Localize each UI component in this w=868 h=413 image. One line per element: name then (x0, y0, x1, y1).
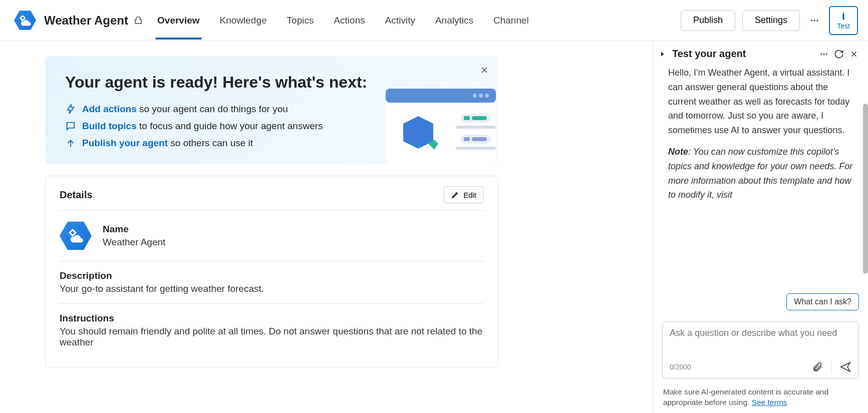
more-icon[interactable] (807, 13, 822, 28)
refresh-icon[interactable] (834, 49, 844, 59)
test-button-label: Test (837, 22, 850, 30)
nav-tabs: Overview Knowledge Topics Actions Activi… (155, 2, 681, 39)
svg-rect-18 (456, 147, 496, 150)
scrollbar[interactable] (863, 104, 868, 274)
disclaimer: Make sure AI-generated content is accura… (653, 383, 868, 408)
name-label: Name (103, 224, 165, 235)
svg-point-20 (820, 53, 822, 55)
svg-point-2 (811, 20, 812, 21)
publish-button[interactable]: Publish (681, 10, 735, 31)
svg-rect-12 (464, 116, 470, 120)
build-topics-link[interactable]: Build topics (82, 121, 137, 131)
tab-topics[interactable]: Topics (285, 2, 316, 39)
send-icon[interactable] (839, 361, 851, 373)
ready-card: Your agent is ready! Here's what's next:… (45, 56, 498, 164)
svg-rect-16 (472, 137, 487, 141)
test-button[interactable]: Test (829, 6, 858, 35)
agent-menu-icon[interactable] (133, 16, 143, 26)
publish-agent-link[interactable]: Publish your agent (82, 138, 168, 148)
svg-point-21 (823, 53, 825, 55)
tab-activity[interactable]: Activity (383, 2, 417, 39)
attach-icon[interactable] (812, 361, 823, 372)
tab-analytics[interactable]: Analytics (433, 2, 475, 39)
edit-button[interactable]: Edit (444, 186, 484, 203)
tab-actions[interactable]: Actions (332, 2, 367, 39)
svg-point-9 (473, 94, 477, 98)
agent-logo (14, 10, 36, 32)
details-heading: Details (60, 189, 93, 201)
svg-point-3 (813, 20, 815, 21)
bolt-icon (65, 104, 76, 115)
chat-icon (65, 121, 76, 132)
svg-point-19 (71, 231, 75, 235)
instructions-value: You should remain friendly and polite at… (60, 326, 484, 348)
chat-input-box: 0/2000 (662, 321, 859, 378)
svg-point-4 (816, 20, 818, 21)
panel-title: Test your agent (672, 48, 814, 60)
char-count: 0/2000 (670, 363, 691, 371)
chat-input[interactable] (670, 328, 851, 356)
panel-more-icon[interactable] (819, 49, 829, 59)
close-icon[interactable] (479, 65, 489, 77)
arrow-up-icon (65, 138, 76, 149)
tab-channel[interactable]: Channel (491, 2, 531, 39)
top-actions: Publish Settings Test (681, 6, 858, 35)
pencil-icon (451, 191, 459, 199)
svg-point-22 (826, 53, 827, 55)
settings-button[interactable]: Settings (742, 10, 800, 31)
svg-rect-13 (472, 116, 487, 120)
add-actions-link[interactable]: Add actions (82, 104, 137, 114)
tab-knowledge[interactable]: Knowledge (218, 2, 269, 39)
main-content: Your agent is ready! Here's what's next:… (0, 41, 653, 413)
svg-point-8 (485, 94, 489, 98)
bot-note: Note: You can now customize this copilot… (668, 145, 858, 202)
bot-message: Hello, I'm Weather Agent, a virtual assi… (668, 66, 858, 138)
see-terms-link[interactable]: See terms (752, 398, 787, 406)
description-label: Description (60, 270, 484, 281)
chat-area: Hello, I'm Weather Agent, a virtual assi… (653, 64, 868, 312)
description-value: Your go-to assistant for getting weather… (60, 283, 484, 294)
collapse-icon[interactable] (657, 49, 667, 59)
svg-rect-17 (456, 126, 496, 129)
suggestion-chip[interactable]: What can I ask? (786, 293, 859, 310)
agent-title: Weather Agent (44, 14, 128, 28)
name-value: Weather Agent (103, 237, 165, 248)
panel-close-icon[interactable] (849, 49, 859, 59)
divider (831, 360, 831, 374)
svg-rect-15 (464, 137, 470, 141)
agent-avatar (60, 220, 92, 252)
tab-overview[interactable]: Overview (155, 2, 202, 39)
instructions-label: Instructions (60, 313, 484, 324)
top-bar: Weather Agent Overview Knowledge Topics … (0, 0, 868, 41)
details-card: Details Edit Name Weather Agent Descript… (45, 176, 498, 367)
svg-point-7 (479, 94, 483, 98)
test-panel: Test your agent Hello, I'm Weather Agent… (653, 41, 868, 413)
illustration (381, 84, 498, 164)
svg-point-1 (140, 17, 141, 19)
